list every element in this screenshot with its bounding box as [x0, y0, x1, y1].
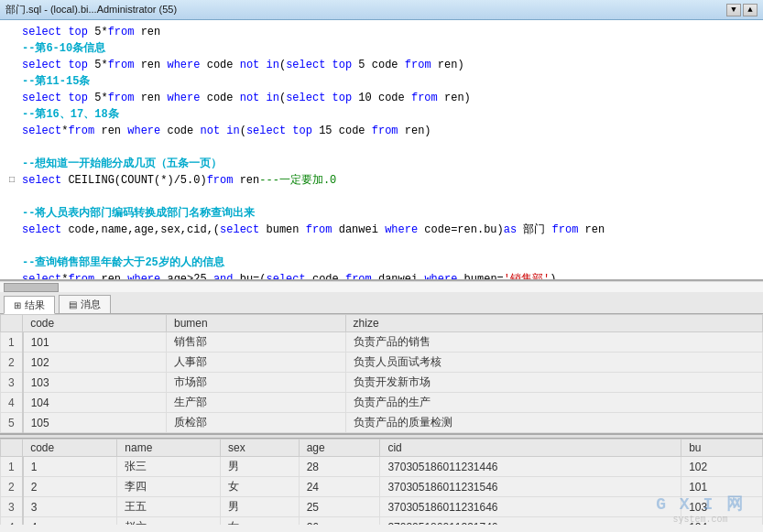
col-header-code-1: code [23, 315, 167, 332]
code-line-3: select top 5*from ren where code not in(… [22, 57, 756, 73]
watermark: G X I 网 system.com [656, 493, 745, 525]
table-row: 1101销售部负责产品的销售 [1, 332, 763, 353]
table-row: 3103市场部负责开发新市场 [1, 373, 763, 393]
comment-line-12: --将人员表内部门编码转换成部门名称查询出来 [22, 205, 756, 222]
results-scroll[interactable]: code bumen zhize 1101销售部负责产品的销售2102人事部负责… [0, 314, 763, 525]
table-row: 33王五男25370305186011231646103 [1, 497, 763, 517]
col-header-bu: bu [681, 440, 763, 457]
empty-line-14 [22, 238, 756, 255]
table-row: 44赵六女26370305186011231746104 [1, 517, 763, 526]
col-header-zhize: zhize [345, 315, 762, 332]
results-icon: ⊞ [14, 300, 21, 310]
code-line-13: select code,name,age,sex,cid,(select bum… [22, 222, 756, 238]
code-line-10: □ select CEILING(COUNT(*)/5.0)from ren--… [22, 172, 756, 189]
table-row: 5105质检部负责产品的质量检测 [1, 413, 763, 433]
table-row: 2102人事部负责人员面试考核 [1, 353, 763, 373]
minimize-button[interactable]: ▼ [726, 4, 741, 16]
watermark-url: system.com [656, 515, 745, 525]
editor-content: select top 5*from ren --第6-10条信息 select … [7, 24, 756, 281]
col-header-bumen: bumen [166, 315, 345, 332]
comment-line-4: --第11-15条 [22, 73, 756, 90]
col-header-rownum-1 [1, 315, 23, 332]
result-tabs[interactable]: ⊞ 结果 ▤ 消息 [0, 292, 763, 314]
tab-results-label: 结果 [25, 299, 45, 312]
tab-results[interactable]: ⊞ 结果 [4, 296, 55, 314]
comment-line-15: --查询销售部里年龄大于25岁的人的信息 [22, 255, 756, 271]
code-line-5: select top 5*from ren where code not in(… [22, 90, 756, 106]
code-line-7: select*from ren where code not in(select… [22, 123, 756, 139]
col-header-code-2: code [23, 440, 117, 457]
tab-messages[interactable]: ▤ 消息 [59, 295, 111, 313]
code-line-1: select top 5*from ren [22, 24, 756, 40]
result-table-2: code name sex age cid bu 11张三男2837030518… [0, 439, 763, 525]
table-row: 22李四女24370305186011231546101 [1, 477, 763, 497]
empty-line-8 [22, 139, 756, 156]
results-section: code bumen zhize 1101销售部负责产品的销售2102人事部负责… [0, 314, 763, 525]
result-table-1: code bumen zhize 1101销售部负责产品的销售2102人事部负责… [0, 314, 763, 433]
window-controls[interactable]: ▼ ▲ [726, 4, 758, 16]
watermark-logo: G X I 网 [656, 493, 745, 515]
messages-icon: ▤ [69, 299, 77, 309]
table-row: 4104生产部负责产品的生产 [1, 393, 763, 413]
code-line-16: select*from ren where age>25 and bu=(sel… [22, 271, 756, 281]
hscroll-thumb[interactable] [4, 283, 59, 292]
window-title: 部门.sql - (local).bi...Administrator (55) [5, 3, 726, 16]
horizontal-scrollbar[interactable] [0, 281, 763, 292]
maximize-button[interactable]: ▲ [743, 4, 758, 16]
sql-editor[interactable]: select top 5*from ren --第6-10条信息 select … [0, 20, 763, 281]
comment-line-9: --想知道一开始能分成几页（五条一页） [22, 156, 756, 172]
table-row: 11张三男28370305186011231446102 [1, 457, 763, 477]
empty-line-11 [22, 189, 756, 205]
col-header-name: name [117, 440, 221, 457]
title-bar: 部门.sql - (local).bi...Administrator (55)… [0, 0, 763, 20]
col-header-sex: sex [221, 440, 300, 457]
comment-line-6: --第16、17、18条 [22, 106, 756, 123]
col-header-age: age [299, 440, 380, 457]
tab-messages-label: 消息 [81, 298, 101, 311]
comment-line-2: --第6-10条信息 [22, 40, 756, 57]
col-header-cid: cid [380, 440, 681, 457]
col-header-rownum-2 [1, 440, 23, 457]
line-marker: □ [9, 172, 15, 189]
